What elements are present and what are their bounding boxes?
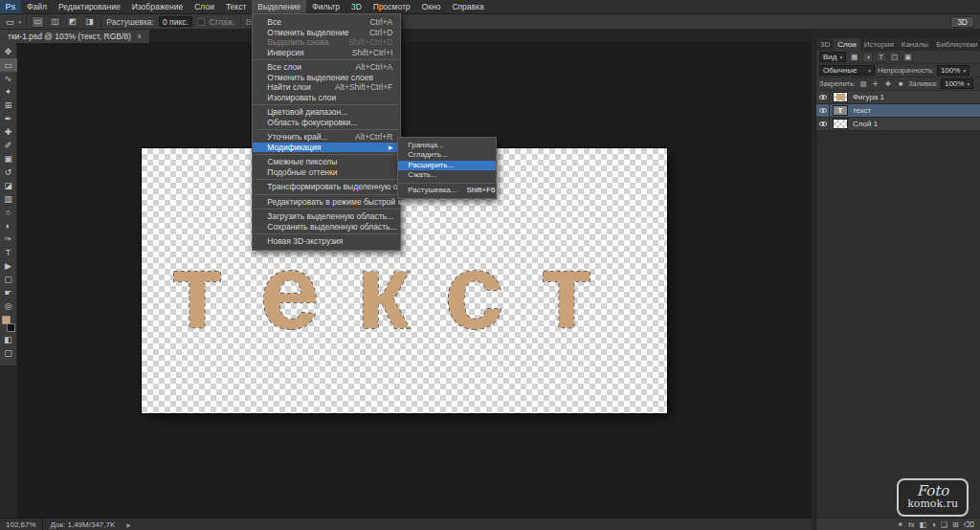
tab-libraries[interactable]: Библиотеки bbox=[932, 38, 980, 51]
feather-input[interactable]: 0 пикс. bbox=[159, 16, 192, 27]
submenu-item-smooth[interactable]: Сгладить... bbox=[398, 150, 496, 161]
blur-tool[interactable]: ○ bbox=[0, 206, 17, 219]
menu-item-find-layers[interactable]: Найти слоиAlt+Shift+Ctrl+F bbox=[253, 82, 400, 93]
menu-view[interactable]: Просмотр bbox=[368, 0, 416, 13]
eyedropper-tool[interactable]: ✒ bbox=[0, 112, 17, 125]
rectangle-tool[interactable]: ▢ bbox=[0, 273, 17, 286]
layer-row-tekst[interactable]: T текст bbox=[816, 104, 980, 118]
tab-channels[interactable]: Каналы bbox=[898, 38, 932, 51]
layer-name[interactable]: Слой 1 bbox=[853, 120, 878, 128]
submenu-item-expand[interactable]: Расширить... bbox=[398, 161, 496, 171]
layer-name[interactable]: Фигура 1 bbox=[853, 93, 884, 101]
antialias-checkbox[interactable] bbox=[197, 18, 205, 26]
layer-name[interactable]: текст bbox=[853, 106, 871, 115]
smart-object-filter-icon[interactable]: ▣ bbox=[902, 52, 913, 62]
lasso-tool[interactable]: ∿ bbox=[0, 72, 17, 85]
foreground-color-swatch[interactable] bbox=[2, 316, 11, 324]
screen-mode-button[interactable]: ▢ bbox=[0, 346, 17, 360]
menu-item-inverse[interactable]: ИнверсияShift+Ctrl+I bbox=[253, 48, 400, 58]
quick-selection-tool[interactable]: ✦ bbox=[0, 85, 17, 99]
menu-item-similar[interactable]: Подобные оттенки bbox=[253, 167, 400, 178]
delete-layer-icon[interactable]: ⌫ bbox=[964, 520, 974, 529]
tab-close-icon[interactable]: × bbox=[137, 32, 142, 41]
gradient-tool[interactable]: ▥ bbox=[0, 192, 17, 206]
menu-item-quick-mask-mode[interactable]: Редактировать в режиме быстрой маски bbox=[253, 197, 400, 208]
menu-item-color-range[interactable]: Цветовой диапазон... bbox=[253, 107, 400, 118]
lock-position-icon[interactable]: ✥ bbox=[883, 78, 893, 89]
zoom-tool[interactable]: ◎ bbox=[0, 299, 17, 313]
menu-item-all-layers[interactable]: Все слоиAlt+Ctrl+A bbox=[253, 62, 400, 73]
document-tab[interactable]: тки-1.psd @ 103% (текст, RGB/8) × bbox=[0, 30, 150, 43]
layer-row-figura-1[interactable]: Фигура 1 bbox=[816, 91, 980, 104]
menu-item-all[interactable]: ВсеCtrl+A bbox=[253, 17, 400, 28]
intersect-selection-button[interactable]: ◨ bbox=[83, 16, 96, 28]
menu-help[interactable]: Справка bbox=[446, 0, 489, 13]
type-layer-filter-icon[interactable]: T bbox=[876, 52, 886, 62]
menu-item-refine-edge[interactable]: Уточнить край...Alt+Ctrl+R bbox=[253, 132, 400, 143]
add-selection-button[interactable]: ◫ bbox=[49, 16, 61, 28]
layer-mask-icon[interactable]: ◧ bbox=[919, 520, 926, 529]
eraser-tool[interactable]: ◪ bbox=[0, 179, 17, 192]
history-brush-tool[interactable]: ↺ bbox=[0, 166, 17, 179]
layer-thumbnail[interactable] bbox=[833, 92, 848, 102]
background-color-swatch[interactable] bbox=[7, 323, 15, 332]
fill-input[interactable]: 100% ▾ bbox=[941, 78, 973, 89]
tab-3d[interactable]: 3D bbox=[816, 38, 834, 51]
menu-item-deselect[interactable]: Отменить выделениеCtrl+D bbox=[253, 28, 400, 38]
menu-item-new-3d-extrusion[interactable]: Новая 3D-экструзия bbox=[253, 236, 400, 247]
layer-row-sloy-1[interactable]: Слой 1 bbox=[816, 118, 980, 131]
adjustment-layer-filter-icon[interactable]: ◑ bbox=[862, 52, 873, 62]
color-swatches[interactable] bbox=[0, 315, 17, 333]
zoom-level-input[interactable]: 102,67% bbox=[0, 519, 43, 530]
healing-brush-tool[interactable]: ✚ bbox=[0, 125, 17, 139]
visibility-toggle[interactable] bbox=[816, 104, 830, 118]
menu-window[interactable]: Окно bbox=[416, 0, 447, 13]
hand-tool[interactable]: ☛ bbox=[0, 286, 17, 299]
pixel-layer-filter-icon[interactable]: ▦ bbox=[849, 52, 859, 62]
menu-item-deselect-layers[interactable]: Отменить выделение слоев bbox=[253, 73, 400, 83]
path-selection-tool[interactable]: ▶ bbox=[0, 259, 17, 273]
brush-tool[interactable]: ✐ bbox=[0, 139, 17, 152]
adjustment-layer-icon[interactable]: ◑ bbox=[931, 520, 936, 529]
rectangular-marquee-tool[interactable]: ▭ bbox=[0, 58, 17, 72]
menu-item-transform-selection[interactable]: Трансформировать выделенную область bbox=[253, 182, 400, 192]
layer-thumbnail[interactable] bbox=[833, 119, 848, 129]
new-layer-icon[interactable]: ⊞ bbox=[952, 520, 959, 529]
visibility-toggle[interactable] bbox=[816, 91, 830, 104]
menu-3d[interactable]: 3D bbox=[345, 0, 368, 13]
dodge-tool[interactable]: ◐ bbox=[0, 219, 17, 232]
menu-image[interactable]: Изображение bbox=[126, 0, 189, 13]
layer-thumbnail[interactable]: T bbox=[833, 105, 848, 116]
subtract-selection-button[interactable]: ◩ bbox=[66, 16, 78, 28]
blend-mode-select[interactable]: Обычные ▾ bbox=[819, 65, 875, 76]
opacity-input[interactable]: 100% ▾ bbox=[937, 65, 969, 76]
menu-item-focus-area[interactable]: Область фокусировки... bbox=[253, 118, 400, 128]
quick-mask-button[interactable]: ◧ bbox=[0, 333, 17, 346]
submenu-item-contract[interactable]: Сжать... bbox=[398, 170, 496, 181]
menu-edit[interactable]: Редактирование bbox=[53, 0, 126, 13]
status-flyout-icon[interactable]: ▶ bbox=[126, 521, 131, 528]
menu-layers[interactable]: Слои bbox=[189, 0, 220, 13]
link-layers-icon[interactable]: ⚭ bbox=[897, 520, 903, 529]
menu-item-save-selection[interactable]: Сохранить выделенную область... bbox=[253, 222, 400, 232]
tab-history[interactable]: История bbox=[860, 38, 898, 51]
menu-item-modify[interactable]: Модификация ▶ Граница... Сгладить... Рас… bbox=[253, 143, 400, 153]
menu-type[interactable]: Текст bbox=[220, 0, 252, 13]
menu-select[interactable]: Выделение ВсеCtrl+A Отменить выделениеCt… bbox=[252, 0, 306, 13]
tab-layers[interactable]: Слои bbox=[834, 38, 859, 51]
submenu-item-feather[interactable]: Растушевка...Shift+F6 bbox=[398, 186, 496, 196]
menu-filter[interactable]: Фильтр bbox=[306, 0, 345, 13]
layer-effects-icon[interactable]: fx bbox=[908, 520, 914, 529]
type-tool[interactable]: T bbox=[0, 246, 17, 259]
crop-tool[interactable]: ⊞ bbox=[0, 99, 17, 112]
lock-pixels-icon[interactable]: ✛ bbox=[871, 78, 880, 89]
lock-transparency-icon[interactable]: ▨ bbox=[858, 78, 868, 89]
menu-item-load-selection[interactable]: Загрузить выделенную область... bbox=[253, 211, 400, 222]
new-selection-button[interactable]: ▭ bbox=[32, 16, 44, 28]
pen-tool[interactable]: ✑ bbox=[0, 232, 17, 246]
menu-item-isolate-layers[interactable]: Изолировать слои bbox=[253, 93, 400, 103]
submenu-item-border[interactable]: Граница... bbox=[398, 141, 496, 151]
clone-stamp-tool[interactable]: ▣ bbox=[0, 152, 17, 166]
document-size-info[interactable]: Док: 1,49M/347,7K bbox=[43, 520, 123, 529]
visibility-toggle[interactable] bbox=[816, 118, 830, 131]
